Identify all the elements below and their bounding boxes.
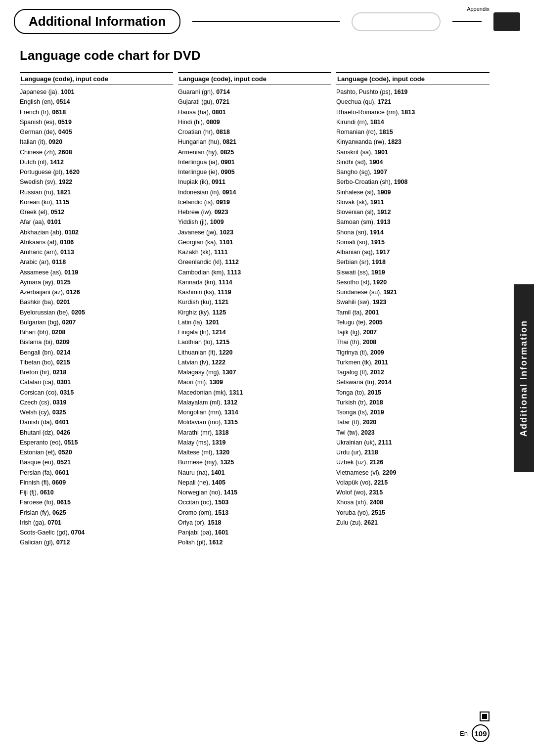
list-item: Malagasy (mg), 1307: [178, 367, 331, 377]
list-item: Bhutani (dz), 0426: [20, 428, 173, 438]
list-item: Samoan (sm), 1913: [336, 217, 490, 227]
list-item: Oromo (om), 1513: [178, 508, 331, 518]
column-1-list: Japanese (ja), 1001English (en), 0514Fre…: [20, 87, 173, 548]
list-item: Quechua (qu), 1721: [336, 97, 490, 107]
list-item: Greenlandic (kl), 1112: [178, 257, 331, 267]
list-item: Amharic (am), 0113: [20, 247, 173, 257]
list-item: Georgian (ka), 1101: [178, 237, 331, 247]
list-item: Twi (tw), 2023: [336, 428, 490, 438]
main-content: Language code chart for DVD Language (co…: [0, 39, 534, 568]
list-item: Lithuanian (lt), 1220: [178, 348, 331, 357]
list-item: Faroese (fo), 0615: [20, 497, 173, 507]
list-item: Tagalog (tl), 2012: [336, 367, 490, 377]
list-item: Assamese (as), 0119: [20, 267, 173, 277]
list-item: Swedish (sv), 1922: [20, 177, 173, 187]
list-item: Burmese (my), 1325: [178, 457, 331, 467]
list-item: Norwegian (no), 1415: [178, 488, 331, 497]
list-item: Oriya (or), 1518: [178, 518, 331, 528]
list-item: Sindhi (sd), 1904: [336, 157, 490, 167]
list-item: Volapük (vo), 2215: [336, 478, 490, 488]
list-item: Shona (sn), 1914: [336, 227, 490, 237]
list-item: Scots-Gaelic (gd), 0704: [20, 528, 173, 537]
list-item: Fiji (fj), 0610: [20, 488, 173, 497]
list-item: Cambodian (km), 1113: [178, 267, 331, 277]
list-item: Thai (th), 2008: [336, 337, 490, 347]
list-item: Somali (so), 1915: [336, 237, 490, 247]
list-item: Interlingua (ia), 0901: [178, 157, 331, 167]
list-item: Kashmiri (ks), 1119: [178, 287, 331, 297]
list-item: Latin (la), 1201: [178, 317, 331, 327]
list-item: Breton (br), 0218: [20, 367, 173, 377]
top-bar: Additional Information: [0, 0, 534, 39]
list-item: Abkhazian (ab), 0102: [20, 227, 173, 237]
list-item: Irish (ga), 0701: [20, 518, 173, 528]
list-item: Polish (pl), 1612: [178, 537, 331, 547]
list-item: Aymara (ay), 0125: [20, 277, 173, 287]
list-item: Malay (ms), 1319: [178, 438, 331, 447]
appendix-label: Appendix: [467, 6, 490, 12]
stop-icon-inner: [482, 714, 487, 719]
list-item: Tibetan (bo), 0215: [20, 357, 173, 367]
list-item: Byelorussian (be), 0205: [20, 308, 173, 317]
list-item: Italian (it), 0920: [20, 137, 173, 147]
list-item: Bashkir (ba), 0201: [20, 297, 173, 307]
list-item: Croatian (hr), 0818: [178, 127, 331, 137]
list-item: Icelandic (is), 0919: [178, 197, 331, 207]
list-item: Javanese (jw), 1023: [178, 227, 331, 237]
list-item: Hebrew (iw), 0923: [178, 207, 331, 217]
list-item: Afar (aa), 0101: [20, 217, 173, 227]
list-item: Galician (gl), 0712: [20, 537, 173, 547]
list-item: Bihari (bh), 0208: [20, 327, 173, 337]
list-item: Swahili (sw), 1923: [336, 297, 490, 307]
list-item: Laothian (lo), 1215: [178, 337, 331, 347]
list-item: Bulgarian (bg), 0207: [20, 317, 173, 327]
list-item: Hausa (ha), 0801: [178, 107, 331, 117]
col-header-3: Language (code), input code: [336, 72, 490, 85]
list-item: Chinese (zh), 2608: [20, 147, 173, 157]
list-item: Greek (el), 0512: [20, 207, 173, 217]
list-item: Uzbek (uz), 2126: [336, 457, 490, 467]
list-item: Xhosa (xh), 2408: [336, 497, 490, 507]
header-oval: [352, 12, 441, 31]
list-item: English (en), 0514: [20, 97, 173, 107]
list-item: Setswana (tn), 2014: [336, 377, 490, 387]
list-item: German (de), 0405: [20, 127, 173, 137]
list-item: Mongolian (mn), 1314: [178, 407, 331, 417]
list-item: Sangho (sg), 1907: [336, 167, 490, 177]
list-item: Czech (cs), 0319: [20, 398, 173, 407]
stop-icon: [480, 712, 490, 721]
list-item: Dutch (nl), 1412: [20, 157, 173, 167]
list-item: Afrikaans (af), 0106: [20, 237, 173, 247]
list-item: Malayalam (ml), 1312: [178, 398, 331, 407]
list-item: French (fr), 0618: [20, 107, 173, 117]
list-item: Russian (ru), 1821: [20, 187, 173, 197]
list-item: Telugu (te), 2005: [336, 317, 490, 327]
list-item: Esperanto (eo), 0515: [20, 438, 173, 447]
list-item: Welsh (cy), 0325: [20, 407, 173, 417]
column-2-list: Guarani (gn), 0714Gujarati (gu), 0721Hau…: [178, 87, 331, 548]
list-item: Hungarian (hu), 0821: [178, 137, 331, 147]
header-line2: [452, 21, 482, 22]
list-item: Turkish (tr), 2018: [336, 398, 490, 407]
header-line: [192, 21, 339, 22]
list-item: Ukrainian (uk), 2111: [336, 438, 490, 447]
list-item: Bislama (bi), 0209: [20, 337, 173, 347]
list-item: Pashto, Pushto (ps), 1619: [336, 87, 490, 97]
list-item: Tonga (to), 2015: [336, 388, 490, 398]
list-item: Urdu (ur), 2118: [336, 447, 490, 457]
list-item: Serbo-Croatian (sh), 1908: [336, 177, 490, 187]
list-item: Sanskrit (sa), 1901: [336, 147, 490, 157]
list-item: Lingala (ln), 1214: [178, 327, 331, 337]
list-item: Albanian (sq), 1917: [336, 247, 490, 257]
list-item: Slovak (sk), 1911: [336, 197, 490, 207]
page-title: Additional Information: [14, 9, 180, 34]
list-item: Guarani (gn), 0714: [178, 87, 331, 97]
list-item: Latvian (lv), 1222: [178, 357, 331, 367]
list-item: Maltese (mt), 1320: [178, 447, 331, 457]
en-label: En: [460, 730, 468, 737]
list-item: Zulu (zu), 2621: [336, 518, 490, 528]
list-item: Kinyarwanda (rw), 1823: [336, 137, 490, 147]
page-number: 109: [472, 724, 490, 742]
list-item: Siswati (ss), 1919: [336, 267, 490, 277]
list-item: Kirghiz (ky), 1125: [178, 308, 331, 317]
